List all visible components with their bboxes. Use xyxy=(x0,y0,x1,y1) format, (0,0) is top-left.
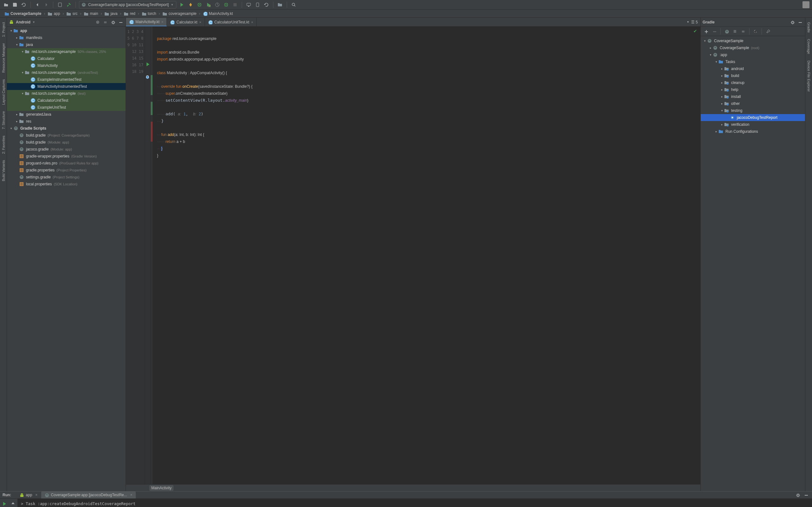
gradle-tree[interactable]: ▾CoverageSample▸CoverageSample(root)▾:ap… xyxy=(701,36,805,491)
project-tree[interactable]: ▾app▸manifests▾java▾red.torch.coveragesa… xyxy=(7,26,125,491)
tool-window-tab[interactable]: Coverage xyxy=(806,36,811,57)
tool-window-tab[interactable]: Layout Captures xyxy=(1,76,6,108)
tree-item[interactable]: ▾red.torch.coveragesample50% classes, 25… xyxy=(7,48,125,55)
avd-manager-icon[interactable] xyxy=(245,1,252,8)
tool-window-tab[interactable]: 2: Favorites xyxy=(1,132,6,157)
hide-icon[interactable] xyxy=(117,19,124,25)
tree-item[interactable]: ▾java xyxy=(7,41,125,48)
tree-item[interactable]: ▸build xyxy=(701,72,805,79)
tree-item[interactable]: gradle-wrapper.properties(Gradle Version… xyxy=(7,153,125,160)
override-gutter-icon[interactable]: O xyxy=(145,75,150,79)
run-config-tab[interactable]: CoverageSample:app [jacocoDebugTestRe...… xyxy=(41,492,136,498)
expand-arrow[interactable]: ▾ xyxy=(714,60,718,63)
expand-arrow[interactable]: ▾ xyxy=(9,29,13,32)
expand-arrow[interactable]: ▾ xyxy=(708,53,713,56)
sync-icon[interactable] xyxy=(263,1,270,8)
tree-item[interactable]: jacoco.gradle(Module: app) xyxy=(7,146,125,153)
tree-item[interactable]: gradle.properties(Project Properties) xyxy=(7,167,125,174)
editor-breadcrumb[interactable]: MainActivity xyxy=(126,484,700,491)
expand-arrow[interactable]: ▸ xyxy=(714,130,718,133)
tree-item[interactable]: ▾testing xyxy=(701,107,805,114)
gradle-refresh-icon[interactable] xyxy=(723,28,730,35)
tree-item[interactable]: ▸CoverageSample(root) xyxy=(701,44,805,51)
gradle-add-icon[interactable] xyxy=(703,28,710,35)
run-console[interactable]: > Task :app:createDebugAndroidTestCovera… xyxy=(18,499,812,507)
close-tab-icon[interactable]: × xyxy=(161,20,163,24)
breadcrumb-item[interactable]: red xyxy=(122,11,136,16)
tool-window-tab[interactable]: Build Variants xyxy=(1,157,6,184)
expand-arrow[interactable]: ▾ xyxy=(720,109,724,112)
expand-arrow[interactable]: ▾ xyxy=(20,92,25,95)
tree-item[interactable]: ▸Run Configurations xyxy=(701,128,805,135)
search-everywhere-icon[interactable] xyxy=(290,1,297,8)
run-icon[interactable] xyxy=(178,1,185,8)
editor-tab[interactable]: MainActivity.kt× xyxy=(126,18,167,26)
tree-item[interactable]: MainActivity xyxy=(7,62,125,69)
run-config-tab[interactable]: app× xyxy=(16,492,41,498)
tool-window-tab[interactable]: 1: Project xyxy=(1,19,6,40)
collapse-all-icon[interactable] xyxy=(102,19,108,25)
close-tab-icon[interactable]: × xyxy=(199,20,201,24)
profile-icon[interactable] xyxy=(214,1,221,8)
project-view-selector[interactable]: Android ▼ xyxy=(9,20,35,25)
attach-debugger-icon[interactable] xyxy=(223,1,230,8)
editor-tab[interactable]: CalculatorUnitTest.kt× xyxy=(205,18,257,26)
hide-icon[interactable] xyxy=(797,19,803,25)
project-structure-icon[interactable] xyxy=(276,1,284,8)
close-tab-icon[interactable]: × xyxy=(251,20,253,24)
expand-arrow[interactable]: ▸ xyxy=(720,123,724,126)
editor-tab[interactable]: Calculator.kt× xyxy=(167,18,205,26)
hide-icon[interactable] xyxy=(803,492,809,498)
select-opened-file-icon[interactable] xyxy=(95,19,101,25)
tree-item[interactable]: ▸verification xyxy=(701,121,805,128)
breadcrumb-item[interactable]: MainActivity.kt xyxy=(202,11,235,16)
breadcrumb-item[interactable]: java xyxy=(103,11,119,16)
tree-item[interactable]: ▾Tasks xyxy=(701,58,805,65)
tree-item[interactable]: ▸manifests xyxy=(7,34,125,41)
breadcrumb-item[interactable]: torch xyxy=(141,11,158,16)
run-class-gutter-icon[interactable] xyxy=(145,62,150,66)
tree-item[interactable]: ▸android xyxy=(701,65,805,72)
tree-item[interactable]: ▾CoverageSample xyxy=(701,38,805,44)
settings-icon[interactable] xyxy=(794,492,801,498)
tree-item[interactable]: ▸install xyxy=(701,93,805,100)
breadcrumb-item[interactable]: coveragesample xyxy=(161,11,198,16)
gradle-wrench-icon[interactable] xyxy=(764,28,771,35)
up-icon[interactable] xyxy=(9,500,17,507)
tree-item[interactable]: ▸generatedJava xyxy=(7,111,125,118)
breadcrumb-item[interactable]: CoverageSample xyxy=(3,11,43,16)
open-icon[interactable] xyxy=(3,1,9,8)
nav-forward-icon[interactable] xyxy=(43,1,50,8)
tree-item[interactable]: local.properties(SDK Location) xyxy=(7,181,125,187)
expand-arrow[interactable]: ▸ xyxy=(720,88,724,91)
tree-item[interactable]: ▸other xyxy=(701,100,805,107)
tree-item[interactable]: ▾:app xyxy=(701,51,805,58)
breadcrumb-item[interactable]: src xyxy=(65,11,79,16)
expand-arrow[interactable]: ▾ xyxy=(20,50,25,53)
gradle-expand-icon[interactable] xyxy=(731,28,739,35)
expand-arrow[interactable]: ▸ xyxy=(708,46,713,49)
expand-arrow[interactable]: ▸ xyxy=(720,95,724,98)
tree-item[interactable]: build.gradle(Module: app) xyxy=(7,139,125,146)
gradle-collapse-icon[interactable] xyxy=(740,28,747,35)
expand-arrow[interactable]: ▾ xyxy=(14,43,19,46)
stop-icon[interactable] xyxy=(232,1,239,8)
settings-icon[interactable] xyxy=(110,19,116,25)
expand-arrow[interactable]: ▸ xyxy=(14,120,19,123)
breadcrumb-item[interactable]: main xyxy=(83,11,99,16)
tree-item[interactable]: proguard-rules.pro(ProGuard Rules for ap… xyxy=(7,160,125,167)
close-tab-icon[interactable]: × xyxy=(131,493,133,497)
tree-item[interactable]: ▸res xyxy=(7,118,125,125)
editor-tab-actions[interactable]: ▼ ☰ 5 xyxy=(684,18,700,26)
tree-item[interactable]: ▾red.torch.coveragesample(test) xyxy=(7,90,125,97)
tree-item[interactable]: ▸cleanup xyxy=(701,79,805,86)
refresh-icon[interactable] xyxy=(20,1,27,8)
line-number-gutter[interactable]: 1 2 3 4 5 6 7 8 9 10 11 12 13 14 15 16 1… xyxy=(126,26,145,484)
gutter-icons[interactable]: O xyxy=(145,26,151,484)
make-project-icon[interactable] xyxy=(65,1,72,8)
sdk-manager-icon[interactable] xyxy=(254,1,261,8)
gradle-remove-icon[interactable] xyxy=(711,28,718,35)
expand-arrow[interactable]: ▾ xyxy=(9,127,13,130)
expand-arrow[interactable]: ▸ xyxy=(720,74,724,77)
expand-arrow[interactable]: ▾ xyxy=(20,71,25,74)
